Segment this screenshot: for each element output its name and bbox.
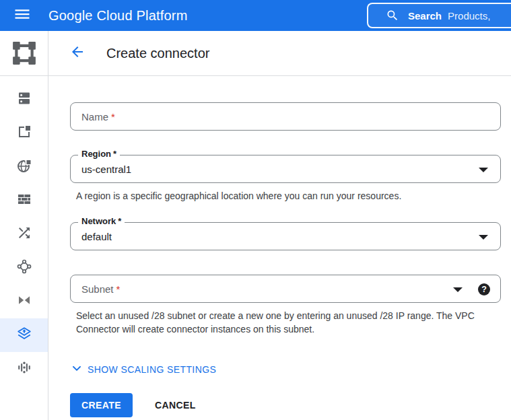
network-label: Network* — [78, 217, 125, 226]
chevron-down-icon — [70, 361, 83, 378]
search-placeholder: Products, — [448, 10, 490, 22]
dropdown-caret-icon — [479, 235, 488, 240]
required-asterisk: * — [116, 283, 121, 295]
search-icon — [386, 9, 399, 22]
show-scaling-settings-toggle[interactable]: SHOW SCALING SETTINGS — [70, 361, 216, 378]
search-label: Search — [408, 10, 442, 22]
back-arrow-icon — [69, 44, 86, 63]
sidebar-item-shared-vpc[interactable] — [0, 285, 48, 318]
vpc-network-logo-icon — [0, 31, 48, 75]
bring-your-own-ip-icon — [16, 158, 32, 176]
external-ip-addresses-icon — [16, 124, 32, 143]
brand-title: Google Cloud Platform — [48, 8, 188, 24]
dropdown-caret-icon — [453, 287, 463, 292]
sidebar-item-serverless-vpc-access[interactable] — [0, 318, 48, 352]
search-input[interactable]: Search Products, — [367, 3, 511, 28]
hamburger-icon — [13, 5, 32, 26]
sidebar-item-external-ip-addresses[interactable] — [0, 116, 48, 150]
create-button[interactable]: CREATE — [70, 393, 133, 417]
dropdown-caret-icon — [479, 168, 488, 172]
shared-vpc-icon — [16, 292, 32, 311]
region-value: us-central1 — [81, 164, 131, 175]
page-title: Create connector — [106, 46, 209, 61]
network-value: default — [81, 231, 112, 242]
required-asterisk: * — [111, 111, 115, 123]
form-actions: CREATE CANCEL — [70, 393, 511, 417]
subnet-placeholder: Subnet* — [81, 283, 120, 295]
subnet-helper-text: Select an unused /28 subnet or create a … — [76, 309, 507, 336]
subnet-select[interactable]: Subnet* ? — [70, 275, 501, 303]
sidebar — [0, 31, 48, 420]
show-scaling-settings-label: SHOW SCALING SETTINGS — [88, 364, 216, 375]
create-connector-form: Name* Region* us-central1 A region is a … — [49, 76, 511, 420]
region-select[interactable]: Region* us-central1 — [70, 155, 501, 183]
subnet-help-icon[interactable]: ? — [478, 283, 490, 295]
required-asterisk: * — [118, 216, 121, 226]
gcp-create-connector-page: Google Cloud Platform Search Products, — [0, 0, 511, 420]
top-app-bar: Google Cloud Platform Search Products, — [0, 0, 511, 31]
name-placeholder: Name* — [81, 111, 115, 123]
sidebar-item-firewall[interactable] — [0, 184, 48, 217]
sidebar-item-vpc-network-peering[interactable] — [0, 251, 48, 285]
sidebar-item-packet-mirroring[interactable] — [0, 352, 48, 386]
firewall-icon — [16, 191, 32, 210]
sidebar-item-bring-your-own-ip[interactable] — [0, 150, 48, 184]
vpc-network-peering-icon — [16, 258, 32, 277]
region-helper-text: A region is a specific geographical loca… — [76, 189, 507, 203]
packet-mirroring-icon — [16, 359, 32, 378]
name-field[interactable]: Name* — [70, 102, 501, 131]
back-button[interactable] — [66, 42, 89, 65]
vpc-networks-icon — [16, 90, 32, 109]
network-select[interactable]: Network* default — [70, 222, 501, 250]
sidebar-nav — [0, 83, 48, 386]
sidebar-item-routes[interactable] — [0, 217, 48, 251]
serverless-vpc-access-icon — [16, 326, 32, 345]
region-label: Region* — [78, 149, 120, 159]
sidebar-item-vpc-networks[interactable] — [0, 83, 48, 116]
page-header: Create connector — [49, 31, 511, 75]
cancel-button[interactable]: CANCEL — [155, 400, 196, 411]
menu-button[interactable] — [12, 5, 32, 26]
routes-icon — [16, 225, 32, 244]
required-asterisk: * — [113, 149, 116, 159]
